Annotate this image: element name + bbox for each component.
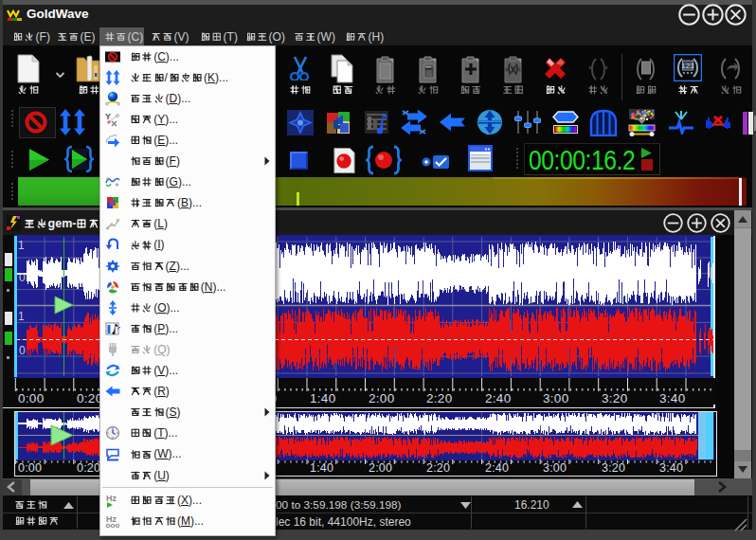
svg-text:Y: Y xyxy=(105,112,111,121)
svg-text:Hz: Hz xyxy=(106,514,117,524)
svg-text:Hz: Hz xyxy=(106,494,117,503)
